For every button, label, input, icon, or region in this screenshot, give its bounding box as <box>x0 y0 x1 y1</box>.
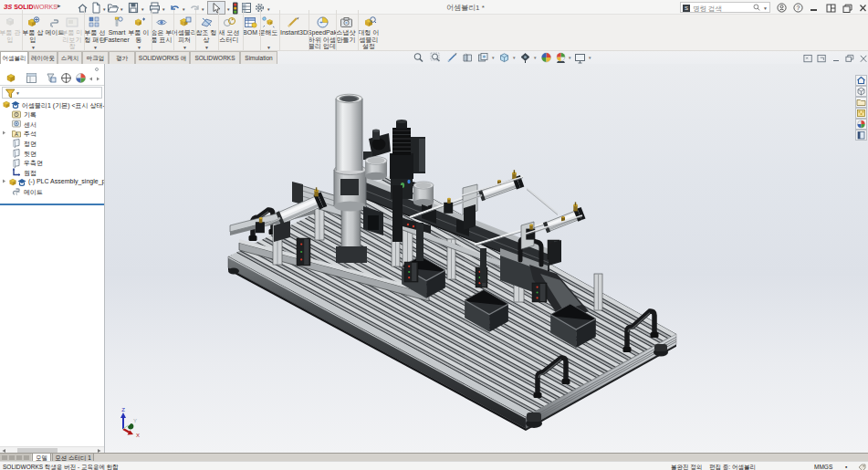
svg-text:A: A <box>15 131 18 137</box>
svg-text:X: X <box>136 433 140 438</box>
svg-text:?: ? <box>797 5 800 11</box>
svg-text:Y: Y <box>133 418 137 423</box>
svg-text:Z: Z <box>121 407 125 413</box>
